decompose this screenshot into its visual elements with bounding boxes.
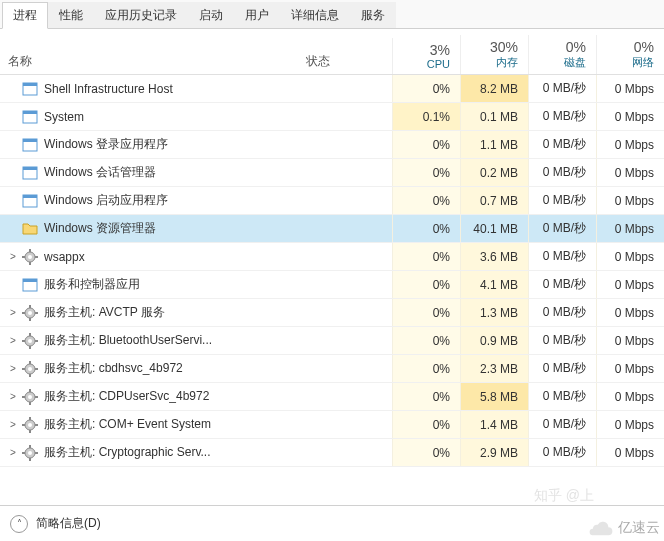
process-name: 服务主机: BluetoothUserServi... — [44, 332, 212, 349]
expander-icon[interactable]: > — [6, 391, 20, 402]
gear-icon — [22, 445, 38, 461]
disk-cell: 0 MB/秒 — [528, 215, 596, 242]
process-name: Windows 会话管理器 — [44, 164, 156, 181]
chevron-up-icon[interactable]: ˄ — [10, 515, 28, 533]
table-row[interactable]: System0.1%0.1 MB0 MB/秒0 Mbps — [0, 103, 664, 131]
col-header-cpu[interactable]: 3% CPU — [392, 38, 460, 74]
table-row[interactable]: Windows 启动应用程序0%0.7 MB0 MB/秒0 Mbps — [0, 187, 664, 215]
table-row[interactable]: Windows 会话管理器0%0.2 MB0 MB/秒0 Mbps — [0, 159, 664, 187]
less-info-link[interactable]: 简略信息(D) — [36, 515, 101, 532]
net-cell: 0 Mbps — [596, 103, 664, 130]
cpu-cell: 0% — [392, 75, 460, 102]
expander-icon[interactable]: > — [6, 335, 20, 346]
table-row[interactable]: >服务主机: AVCTP 服务0%1.3 MB0 MB/秒0 Mbps — [0, 299, 664, 327]
table-row[interactable]: >服务主机: CDPUserSvc_4b9720%5.8 MB0 MB/秒0 M… — [0, 383, 664, 411]
process-name-cell: Windows 资源管理器 — [0, 220, 302, 237]
expander-icon[interactable]: > — [6, 363, 20, 374]
disk-cell: 0 MB/秒 — [528, 103, 596, 130]
process-name-cell: >wsappx — [0, 249, 302, 265]
gear-icon — [22, 305, 38, 321]
cpu-cell: 0% — [392, 411, 460, 438]
disk-cell: 0 MB/秒 — [528, 187, 596, 214]
net-cell: 0 Mbps — [596, 187, 664, 214]
tab-3[interactable]: 启动 — [188, 2, 234, 28]
net-cell: 0 Mbps — [596, 383, 664, 410]
window-icon — [22, 109, 38, 125]
col-header-network[interactable]: 0% 网络 — [596, 35, 664, 74]
process-name: Windows 资源管理器 — [44, 220, 156, 237]
watermark-logo: 亿速云 — [588, 519, 660, 537]
process-name-cell: >服务主机: cbdhsvc_4b972 — [0, 360, 302, 377]
process-name: wsappx — [44, 250, 85, 264]
table-row[interactable]: 服务和控制器应用0%4.1 MB0 MB/秒0 Mbps — [0, 271, 664, 299]
mem-cell: 0.1 MB — [460, 103, 528, 130]
window-icon — [22, 165, 38, 181]
process-name-cell: >服务主机: COM+ Event System — [0, 416, 302, 433]
process-name-cell: 服务和控制器应用 — [0, 276, 302, 293]
cpu-cell: 0% — [392, 243, 460, 270]
table-row[interactable]: Shell Infrastructure Host0%8.2 MB0 MB/秒0… — [0, 75, 664, 103]
table-row[interactable]: >服务主机: cbdhsvc_4b9720%2.3 MB0 MB/秒0 Mbps — [0, 355, 664, 383]
tab-0[interactable]: 进程 — [2, 2, 48, 29]
col-header-status[interactable]: 状态 — [302, 49, 392, 74]
table-row[interactable]: >服务主机: Cryptographic Serv...0%2.9 MB0 MB… — [0, 439, 664, 467]
tab-bar: 进程性能应用历史记录启动用户详细信息服务 — [0, 0, 664, 29]
window-icon — [22, 81, 38, 97]
column-headers: 名称 状态 3% CPU 30% 内存 0% 磁盘 0% 网络 — [0, 29, 664, 75]
disk-cell: 0 MB/秒 — [528, 271, 596, 298]
mem-cell: 2.9 MB — [460, 439, 528, 466]
net-cell: 0 Mbps — [596, 439, 664, 466]
expander-icon[interactable]: > — [6, 419, 20, 430]
disk-cell: 0 MB/秒 — [528, 159, 596, 186]
cpu-cell: 0% — [392, 159, 460, 186]
process-name: 服务主机: Cryptographic Serv... — [44, 444, 211, 461]
col-header-disk[interactable]: 0% 磁盘 — [528, 35, 596, 74]
gear-icon — [22, 417, 38, 433]
expander-icon[interactable]: > — [6, 307, 20, 318]
cpu-cell: 0% — [392, 131, 460, 158]
process-name-cell: >服务主机: BluetoothUserServi... — [0, 332, 302, 349]
disk-cell: 0 MB/秒 — [528, 411, 596, 438]
disk-cell: 0 MB/秒 — [528, 243, 596, 270]
tab-2[interactable]: 应用历史记录 — [94, 2, 188, 28]
net-cell: 0 Mbps — [596, 131, 664, 158]
col-header-memory[interactable]: 30% 内存 — [460, 35, 528, 74]
disk-cell: 0 MB/秒 — [528, 383, 596, 410]
tab-6[interactable]: 服务 — [350, 2, 396, 28]
expander-icon[interactable]: > — [6, 447, 20, 458]
mem-cell: 3.6 MB — [460, 243, 528, 270]
cloud-icon — [588, 519, 614, 537]
gear-icon — [22, 249, 38, 265]
disk-cell: 0 MB/秒 — [528, 327, 596, 354]
process-name: System — [44, 110, 84, 124]
table-row[interactable]: >wsappx0%3.6 MB0 MB/秒0 Mbps — [0, 243, 664, 271]
process-name: 服务主机: cbdhsvc_4b972 — [44, 360, 183, 377]
process-name-cell: >服务主机: Cryptographic Serv... — [0, 444, 302, 461]
process-list[interactable]: Shell Infrastructure Host0%8.2 MB0 MB/秒0… — [0, 75, 664, 515]
tab-4[interactable]: 用户 — [234, 2, 280, 28]
cpu-cell: 0% — [392, 327, 460, 354]
cpu-cell: 0% — [392, 271, 460, 298]
table-row[interactable]: >服务主机: BluetoothUserServi...0%0.9 MB0 MB… — [0, 327, 664, 355]
table-row[interactable]: >服务主机: COM+ Event System0%1.4 MB0 MB/秒0 … — [0, 411, 664, 439]
process-name-cell: Windows 启动应用程序 — [0, 192, 302, 209]
cpu-cell: 0% — [392, 187, 460, 214]
expander-icon[interactable]: > — [6, 251, 20, 262]
disk-cell: 0 MB/秒 — [528, 299, 596, 326]
process-name-cell: Windows 登录应用程序 — [0, 136, 302, 153]
net-cell: 0 Mbps — [596, 355, 664, 382]
gear-icon — [22, 389, 38, 405]
net-cell: 0 Mbps — [596, 215, 664, 242]
tab-1[interactable]: 性能 — [48, 2, 94, 28]
mem-cell: 2.3 MB — [460, 355, 528, 382]
mem-cell: 0.9 MB — [460, 327, 528, 354]
table-row[interactable]: Windows 登录应用程序0%1.1 MB0 MB/秒0 Mbps — [0, 131, 664, 159]
cpu-cell: 0.1% — [392, 103, 460, 130]
col-header-name[interactable]: 名称 — [0, 49, 302, 74]
mem-cell: 5.8 MB — [460, 383, 528, 410]
disk-cell: 0 MB/秒 — [528, 75, 596, 102]
tab-5[interactable]: 详细信息 — [280, 2, 350, 28]
window-icon — [22, 137, 38, 153]
table-row[interactable]: Windows 资源管理器0%40.1 MB0 MB/秒0 Mbps — [0, 215, 664, 243]
cpu-cell: 0% — [392, 355, 460, 382]
